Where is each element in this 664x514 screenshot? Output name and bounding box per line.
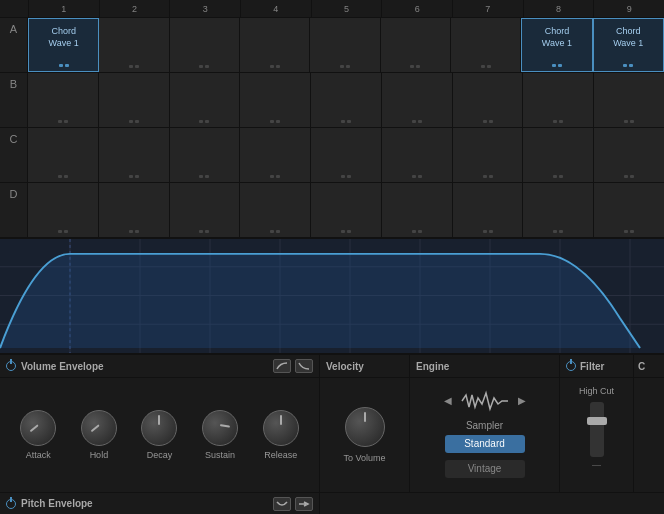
sustain-knob-container: Sustain — [202, 410, 238, 460]
cell-d4[interactable] — [240, 183, 311, 237]
engine-nav: ◀ ▶ — [444, 390, 526, 412]
grid-row-a: A ChordWave 1 ChordWave 1 — [0, 18, 664, 73]
cell-c7[interactable] — [453, 128, 524, 182]
grid-container: 1 2 3 4 5 6 7 8 9 A ChordWave 1 — [0, 0, 664, 239]
grid-row-d: D — [0, 183, 664, 238]
cell-c1[interactable] — [28, 128, 99, 182]
cell-c9[interactable] — [594, 128, 664, 182]
col-7: 7 — [452, 0, 523, 17]
col-4: 4 — [240, 0, 311, 17]
sustain-label: Sustain — [205, 450, 235, 460]
cell-d2[interactable] — [99, 183, 170, 237]
col-5: 5 — [311, 0, 382, 17]
pitch-shape-btn-2[interactable] — [295, 497, 313, 511]
cell-c2[interactable] — [99, 128, 170, 182]
cell-c6[interactable] — [382, 128, 453, 182]
filter-title: Filter — [580, 361, 604, 372]
cell-d1[interactable] — [28, 183, 99, 237]
cell-b8[interactable] — [523, 73, 594, 127]
envelope-shape-btn-2[interactable] — [295, 359, 313, 373]
hold-knob-container: Hold — [81, 410, 117, 460]
cell-d6[interactable] — [382, 183, 453, 237]
curve-down-icon — [298, 362, 310, 370]
bottom-footer-row: Pitch Envelope — [0, 492, 664, 514]
pitch-envelope-power-icon[interactable] — [6, 499, 16, 509]
col-9: 9 — [593, 0, 664, 17]
cell-b1[interactable] — [28, 73, 99, 127]
cell-b2[interactable] — [99, 73, 170, 127]
volume-envelope-knobs: Attack Hold Decay Sustain Release — [0, 378, 320, 492]
pitch-envelope-footer: Pitch Envelope — [0, 493, 320, 514]
engine-standard-btn[interactable]: Standard — [445, 435, 525, 453]
cell-a4[interactable] — [240, 18, 310, 72]
release-knob-container: Release — [263, 410, 299, 460]
grid-column-headers: 1 2 3 4 5 6 7 8 9 — [0, 0, 664, 18]
pitch-envelope-title: Pitch Envelope — [21, 498, 93, 509]
cell-a6[interactable] — [381, 18, 451, 72]
filter-slider[interactable] — [590, 402, 604, 457]
filter-section: High Cut — — [560, 378, 634, 492]
col-3: 3 — [169, 0, 240, 17]
bottom-controls-row: Attack Hold Decay Sustain Release To — [0, 378, 664, 492]
attack-knob-container: Attack — [20, 410, 56, 460]
col-6: 6 — [381, 0, 452, 17]
cell-d3[interactable] — [170, 183, 241, 237]
cell-a8-label: ChordWave 1 — [522, 19, 591, 49]
pitch-curve-down-icon — [276, 500, 288, 508]
hold-label: Hold — [90, 450, 109, 460]
col-2: 2 — [99, 0, 170, 17]
cell-c8[interactable] — [523, 128, 594, 182]
engine-title: Engine — [416, 361, 449, 372]
cell-b3[interactable] — [170, 73, 241, 127]
cell-b6[interactable] — [382, 73, 453, 127]
release-knob[interactable] — [263, 410, 299, 446]
cell-a2[interactable] — [99, 18, 169, 72]
cell-a5[interactable] — [310, 18, 380, 72]
envelope-shape-btn-1[interactable] — [273, 359, 291, 373]
cell-a7[interactable] — [451, 18, 521, 72]
decay-label: Decay — [147, 450, 173, 460]
cell-a9[interactable]: ChordWave 1 — [593, 18, 664, 72]
decay-knob-container: Decay — [141, 410, 177, 460]
pitch-shape-btn-1[interactable] — [273, 497, 291, 511]
controls-wrapper: Volume Envelope Velocity Engi — [0, 354, 664, 514]
decay-knob[interactable] — [141, 410, 177, 446]
cell-d9[interactable] — [594, 183, 664, 237]
cell-b4[interactable] — [240, 73, 311, 127]
curve-up-icon — [276, 362, 288, 370]
cell-a3[interactable] — [170, 18, 240, 72]
filter-slider-value: — — [592, 460, 601, 470]
engine-vintage-btn[interactable]: Vintage — [445, 460, 525, 478]
attack-label: Attack — [26, 450, 51, 460]
velocity-section: To Volume — [320, 378, 410, 492]
filter-header: Filter — [560, 355, 634, 377]
sustain-knob[interactable] — [202, 410, 238, 446]
hold-knob[interactable] — [81, 410, 117, 446]
cell-a1-label: ChordWave 1 — [29, 19, 98, 49]
attack-knob[interactable] — [20, 410, 56, 446]
cell-a1[interactable]: ChordWave 1 — [28, 18, 99, 72]
volume-envelope-power-icon[interactable] — [6, 361, 16, 371]
cell-b7[interactable] — [453, 73, 524, 127]
cell-d8[interactable] — [523, 183, 594, 237]
engine-next-arrow[interactable]: ▶ — [518, 395, 526, 406]
envelope-svg — [0, 239, 664, 353]
filter-power-icon[interactable] — [566, 361, 576, 371]
cell-c5[interactable] — [311, 128, 382, 182]
engine-header: Engine — [410, 355, 560, 377]
cell-c4[interactable] — [240, 128, 311, 182]
cell-c3[interactable] — [170, 128, 241, 182]
cell-a8[interactable]: ChordWave 1 — [521, 18, 592, 72]
row-label-b: B — [0, 73, 28, 127]
filter-high-cut-label: High Cut — [579, 386, 614, 396]
cell-a9-label: ChordWave 1 — [594, 19, 663, 49]
volume-envelope-header: Volume Envelope — [0, 355, 320, 377]
velocity-knob[interactable] — [345, 407, 385, 447]
cell-d5[interactable] — [311, 183, 382, 237]
engine-prev-arrow[interactable]: ◀ — [444, 395, 452, 406]
cell-b9[interactable] — [594, 73, 664, 127]
velocity-header: Velocity — [320, 355, 410, 377]
cell-d7[interactable] — [453, 183, 524, 237]
cell-b5[interactable] — [311, 73, 382, 127]
row-label-a: A — [0, 18, 28, 72]
